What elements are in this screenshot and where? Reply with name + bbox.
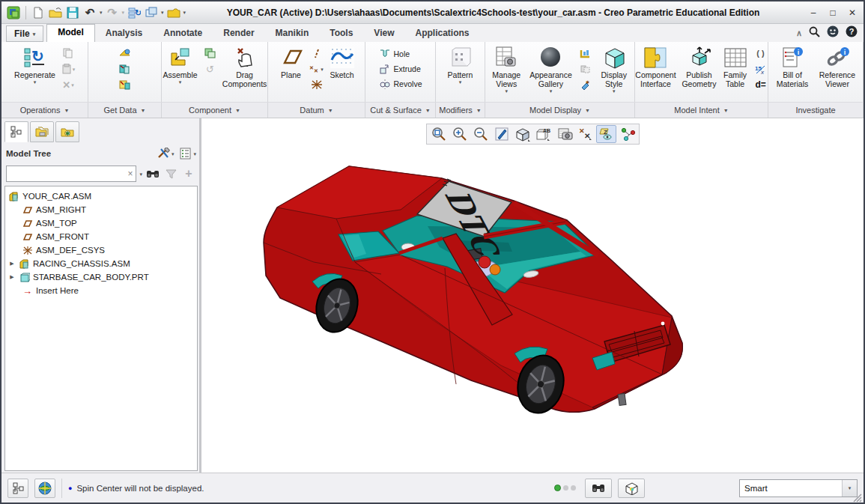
revolve-button[interactable]: Revolve (377, 77, 425, 91)
find-binoculars-button[interactable] (145, 166, 160, 181)
tree-settings-button[interactable] (157, 146, 172, 161)
group-get-data[interactable]: Get Data▼ (88, 103, 162, 118)
view-images-button[interactable] (554, 125, 574, 143)
toggle-browser-button[interactable] (34, 479, 55, 498)
clear-search-icon[interactable]: × (127, 168, 133, 179)
help-icon[interactable]: ? (846, 25, 858, 40)
component-undo-button[interactable]: ↺ (202, 62, 219, 76)
resize-grip[interactable] (853, 492, 862, 501)
car-3d-model[interactable]: DTC (254, 156, 714, 433)
assemble-button[interactable]: Assemble▾ (161, 44, 198, 85)
undo-dropdown[interactable]: ▾ (100, 10, 103, 15)
copy-geometry-button[interactable] (117, 62, 133, 76)
family-table-button[interactable]: Family Table (721, 44, 750, 89)
zoom-in-button[interactable] (449, 125, 470, 143)
file-menu-button[interactable]: File▾ (6, 25, 43, 42)
add-filter-button[interactable]: + (181, 166, 196, 181)
import-button[interactable] (117, 46, 133, 60)
tree-row-asm-def-csys[interactable]: ASM_DEF_CSYS (5, 243, 197, 257)
folder-browser-tab[interactable] (30, 121, 54, 142)
tree-row-asm-right[interactable]: ASM_RIGHT (5, 203, 197, 216)
tab-tools[interactable]: Tools (319, 25, 363, 42)
toggle-model-tree-button[interactable] (7, 479, 28, 498)
close-window-button[interactable] (166, 5, 181, 20)
repaint-button[interactable] (491, 125, 512, 143)
erase-display-button[interactable]: ✱ (577, 78, 593, 91)
window-switch-dropdown[interactable]: ▾ (161, 10, 164, 15)
appearance-gallery-button[interactable]: Appearance Gallery▾ (527, 44, 574, 94)
tree-row-assembly-root[interactable]: YOUR_CAR.ASM (5, 189, 197, 203)
reference-viewer-button[interactable]: i Reference Viewer (816, 44, 859, 89)
minimize-button[interactable]: – (807, 7, 820, 18)
tree-row-asm-top[interactable]: ASM_TOP (5, 216, 197, 230)
bill-of-materials-button[interactable]: i Bill of Materials (772, 44, 813, 89)
tab-analysis[interactable]: Analysis (95, 25, 153, 42)
datum-display-filters-button[interactable]: ✕✕ (575, 125, 595, 143)
redo-button[interactable]: ↷ (105, 5, 120, 20)
publish-geometry-button[interactable]: Publish Geometry (680, 44, 717, 89)
new-file-button[interactable] (31, 5, 46, 20)
section-button[interactable] (577, 62, 593, 76)
filter-button[interactable] (163, 166, 178, 181)
tab-view[interactable]: View (363, 25, 404, 42)
display-style-toggle-button[interactable] (512, 125, 532, 143)
restore-button[interactable]: □ (826, 7, 840, 18)
spin-center-button[interactable] (617, 125, 637, 143)
group-cut-surface[interactable]: Cut & Surface▼ (365, 103, 436, 118)
group-model-display[interactable]: Model Display▼ (485, 103, 635, 118)
pattern-button[interactable]: Pattern▾ (446, 44, 475, 85)
display-style-button[interactable]: Display Style▾ (596, 44, 631, 94)
undo-button[interactable]: ↶ (82, 5, 97, 20)
open-file-button[interactable] (48, 5, 63, 20)
switch-symbols-button[interactable]: 15x (753, 62, 769, 76)
datum-csys-button[interactable] (309, 78, 325, 91)
hole-button[interactable]: Hole (377, 47, 425, 61)
manage-views-button[interactable]: Manage Views▾ (488, 44, 524, 94)
plane-button[interactable]: Plane (277, 44, 306, 80)
redo-dropdown[interactable]: ▾ (122, 10, 125, 15)
group-operations[interactable]: Operations▼ (1, 103, 88, 118)
zoom-out-button[interactable] (470, 125, 491, 143)
component-interface-button[interactable]: Component Interface (634, 44, 677, 89)
dimension-equals-button[interactable]: d= (753, 78, 769, 91)
search-tool-button[interactable] (585, 479, 612, 498)
command-search-icon[interactable] (809, 26, 820, 40)
select-geometry-button[interactable] (618, 479, 645, 498)
tree-row-starbase-car-body[interactable]: ▶ STARBASE_CAR_BODY.PRT (5, 270, 197, 284)
datum-point-button[interactable]: ✕✕▾ (309, 62, 325, 76)
extrude-button[interactable]: Extrude (377, 62, 425, 76)
group-modifiers[interactable]: Modifiers▼ (436, 103, 485, 118)
tab-applications[interactable]: Applications (404, 25, 479, 42)
tree-search-box[interactable]: × (6, 166, 136, 182)
regenerate-list-button[interactable]: ↻ (127, 5, 142, 20)
selection-filter-combo[interactable]: Smart ▾ (739, 479, 858, 497)
favorites-tab[interactable]: ✱ (55, 121, 79, 142)
tab-model[interactable]: Model (46, 24, 95, 42)
resource-center-icon[interactable] (827, 25, 839, 40)
copy-button[interactable] (60, 46, 76, 60)
tab-render[interactable]: Render (213, 25, 264, 42)
tree-display-options-dropdown[interactable]: ▾ (193, 151, 196, 157)
tree-settings-dropdown[interactable]: ▾ (172, 151, 174, 157)
parameters-button[interactable]: ( ) (753, 46, 769, 60)
paste-button[interactable]: ▾ (60, 62, 76, 76)
expand-arrow-icon[interactable]: ▶ (8, 274, 16, 280)
close-button[interactable]: ✕ (846, 7, 859, 18)
saved-orientations-button[interactable]: AB (533, 125, 553, 143)
expand-arrow-icon[interactable]: ▶ (8, 261, 16, 267)
window-switch-button[interactable] (144, 5, 159, 20)
search-dropdown[interactable]: ▾ (139, 171, 142, 177)
group-investigate[interactable]: Investigate (768, 103, 864, 118)
tree-search-input[interactable] (10, 169, 127, 178)
tree-row-racing-chassis[interactable]: ▶ RACING_CHASSIS.ASM (5, 257, 197, 270)
graphics-viewport[interactable]: AB ✕✕ Z (201, 118, 864, 473)
app-icon[interactable] (6, 5, 21, 20)
minimize-ribbon-button[interactable]: ∧ (796, 28, 802, 38)
sketch-button[interactable]: Sketch (328, 44, 356, 80)
tab-manikin[interactable]: Manikin (265, 25, 320, 42)
tree-row-insert-here[interactable]: → Insert Here (5, 284, 197, 297)
datum-axis-button[interactable] (309, 46, 325, 60)
shrinkwrap-button[interactable] (117, 78, 133, 91)
regenerate-button[interactable]: ↻ Regenerate▾ (13, 44, 57, 85)
scene-button[interactable] (577, 46, 593, 60)
